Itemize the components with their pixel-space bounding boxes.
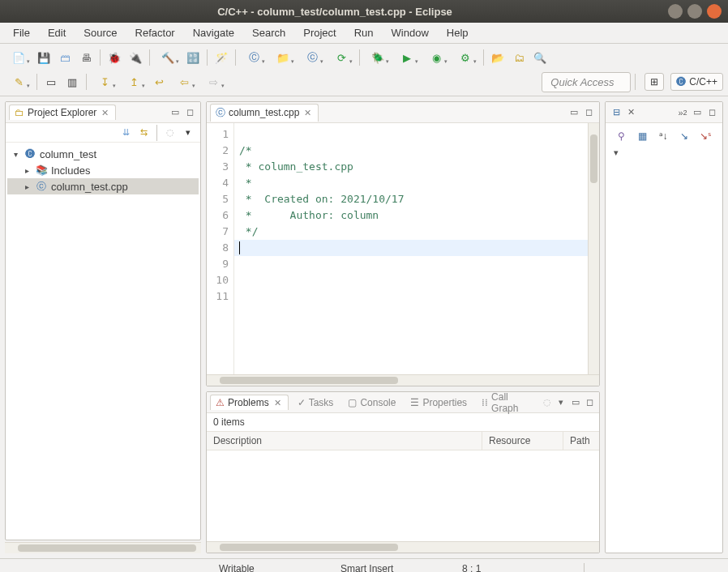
folder-icon: 🗀 <box>15 107 24 118</box>
minimize-view-button[interactable]: ▭ <box>567 105 581 120</box>
fields-icon[interactable]: ▦ <box>635 130 649 143</box>
tab-console[interactable]: ▢ Console <box>342 395 401 410</box>
window-maximize-button[interactable] <box>687 4 702 19</box>
tab-properties[interactable]: ☰ Properties <box>405 395 473 410</box>
menu-run[interactable]: Run <box>346 24 382 41</box>
tab-callgraph[interactable]: ⁞⁞ Call Graph <box>476 391 536 416</box>
chevron-right-icon[interactable]: ▸ <box>22 182 32 191</box>
close-icon[interactable]: ✕ <box>272 398 283 408</box>
col-resource[interactable]: Resource <box>482 432 563 450</box>
prev-annotation-button[interactable]: ↥ <box>120 72 148 92</box>
menu-navigate[interactable]: Navigate <box>185 24 242 41</box>
open-resource-button[interactable]: 🗂 <box>509 48 529 67</box>
col-description[interactable]: Description <box>207 432 482 450</box>
maximize-view-button[interactable]: ◻ <box>583 395 596 410</box>
focus-button[interactable]: ◌ <box>163 126 178 140</box>
view-menu-button[interactable]: ▾ <box>555 395 567 410</box>
maximize-view-button[interactable]: ◻ <box>182 105 197 120</box>
window-close-button[interactable] <box>707 4 722 19</box>
az-sort-icon[interactable]: ᵃ↓ <box>656 130 670 143</box>
tree-project-root[interactable]: ▾ 🅒 column_test <box>7 146 199 162</box>
perspective-cpp[interactable]: 🅒C/C++ <box>670 73 723 91</box>
print-button[interactable]: 🖶 <box>76 48 96 67</box>
sort-icon[interactable]: ⚲ <box>614 130 628 143</box>
title-bar: C/C++ - column_test/column_test.cpp - Ec… <box>0 0 728 23</box>
project-explorer-tab[interactable]: 🗀 Project Explorer ✕ <box>9 105 116 120</box>
code-editor[interactable]: 1 2 3 4 5 6 7 8 9 10 11 /* * column_test… <box>207 123 599 374</box>
problems-table-body[interactable] <box>207 450 599 541</box>
close-icon[interactable]: ✕ <box>302 108 313 118</box>
editor-hscroll[interactable] <box>207 374 599 386</box>
outline-menu-button[interactable]: ▾ <box>607 146 721 160</box>
save-button[interactable]: 💾 <box>34 48 54 67</box>
editor-tab[interactable]: ⓒ column_test.cpp ✕ <box>210 104 319 122</box>
hide-nonpublic-icon[interactable]: ↘ <box>677 130 692 143</box>
external-tools-button[interactable]: ⚙ <box>452 48 479 67</box>
c-file-icon: ⓒ <box>216 106 225 120</box>
window-minimize-button[interactable] <box>668 4 683 19</box>
menu-window[interactable]: Window <box>383 24 437 41</box>
magic-button[interactable]: 🪄 <box>212 48 231 67</box>
tab-problems[interactable]: ⚠ Problems ✕ <box>210 395 289 410</box>
status-writable: Writable <box>219 563 316 573</box>
new-source-button[interactable]: ⓒ <box>298 48 326 67</box>
maximize-view-button[interactable]: ◻ <box>704 105 719 120</box>
editor-vscroll[interactable] <box>588 123 599 374</box>
minimize-view-button[interactable]: ▭ <box>690 105 704 120</box>
last-edit-button[interactable]: ↩ <box>149 72 169 92</box>
open-project-button[interactable]: 📂 <box>488 48 507 67</box>
new-button[interactable]: 📄 <box>5 48 32 67</box>
maximize-view-button[interactable]: ◻ <box>581 105 596 120</box>
next-annotation-button[interactable]: ↧ <box>91 72 118 92</box>
problems-hscroll[interactable] <box>207 541 599 553</box>
profile-button[interactable]: ◉ <box>422 48 450 67</box>
project-tree[interactable]: ▾ 🅒 column_test ▸ 📚 Includes ▸ ⓒ column_… <box>6 143 200 540</box>
annotation-button[interactable]: ✎ <box>5 72 32 92</box>
editor-tab-label: column_test.cpp <box>229 107 299 118</box>
minimize-view-button[interactable]: ▭ <box>168 105 182 120</box>
col-path[interactable]: Path <box>563 432 600 450</box>
menu-source[interactable]: Source <box>75 24 125 41</box>
disconnect-button[interactable]: 🔌 <box>126 48 145 67</box>
toggle-block-button[interactable]: ▥ <box>62 72 82 92</box>
save-all-button[interactable]: 🗃 <box>55 48 75 67</box>
close-icon[interactable]: ✕ <box>100 108 110 118</box>
forward-button[interactable]: ⇨ <box>199 72 227 92</box>
toggle-mark-button[interactable]: ▭ <box>41 72 61 92</box>
menu-file[interactable]: File <box>5 24 38 41</box>
build-button[interactable]: 🔨 <box>154 48 182 67</box>
open-perspective-button[interactable]: ⊞ <box>644 73 664 91</box>
collapse-all-button[interactable]: ⇊ <box>118 126 133 140</box>
focus-button[interactable]: ◌ <box>541 395 554 410</box>
more-views-button[interactable]: »2 <box>675 105 690 120</box>
chevron-right-icon[interactable]: ▸ <box>22 166 32 175</box>
new-c-class-button[interactable]: Ⓒ <box>240 48 268 67</box>
project-explorer-hscroll[interactable] <box>5 542 201 553</box>
tree-includes[interactable]: ▸ 📚 Includes <box>7 162 199 178</box>
menu-project[interactable]: Project <box>295 24 344 41</box>
menu-help[interactable]: Help <box>439 24 477 41</box>
chevron-down-icon[interactable]: ▾ <box>11 150 20 159</box>
hide-static-icon[interactable]: ↘ˢ <box>698 130 713 143</box>
tab-tasks[interactable]: ✓ Tasks <box>292 395 340 410</box>
view-menu-button[interactable]: ▾ <box>181 126 195 140</box>
quick-access-input[interactable]: Quick Access <box>542 72 631 92</box>
search-button[interactable]: 🔍 <box>530 48 550 67</box>
skip-breakpoints-button[interactable]: 🐞 <box>105 48 124 67</box>
new-folder-button[interactable]: 📁 <box>269 48 297 67</box>
tree-source-file[interactable]: ▸ ⓒ column_test.cpp <box>7 178 199 194</box>
close-icon[interactable]: ✕ <box>623 105 638 120</box>
menu-edit[interactable]: Edit <box>40 24 74 41</box>
menu-refactor[interactable]: Refactor <box>127 24 183 41</box>
link-editor-button[interactable]: ⇆ <box>136 126 151 140</box>
minimize-view-button[interactable]: ▭ <box>569 395 582 410</box>
code-content[interactable]: /* * column_test.cpp * * Created on: 202… <box>234 123 599 308</box>
outline-icon[interactable]: ⊟ <box>609 105 623 120</box>
back-button[interactable]: ⇦ <box>170 72 198 92</box>
run-button[interactable]: ▶ <box>393 48 421 67</box>
menu-search[interactable]: Search <box>244 24 293 41</box>
build-config-button[interactable]: 🔡 <box>183 48 203 67</box>
debug-button[interactable]: 🪲 <box>364 48 392 67</box>
status-insert-mode: Smart Insert <box>340 563 438 573</box>
refresh-button[interactable]: ⟳ <box>328 48 355 67</box>
